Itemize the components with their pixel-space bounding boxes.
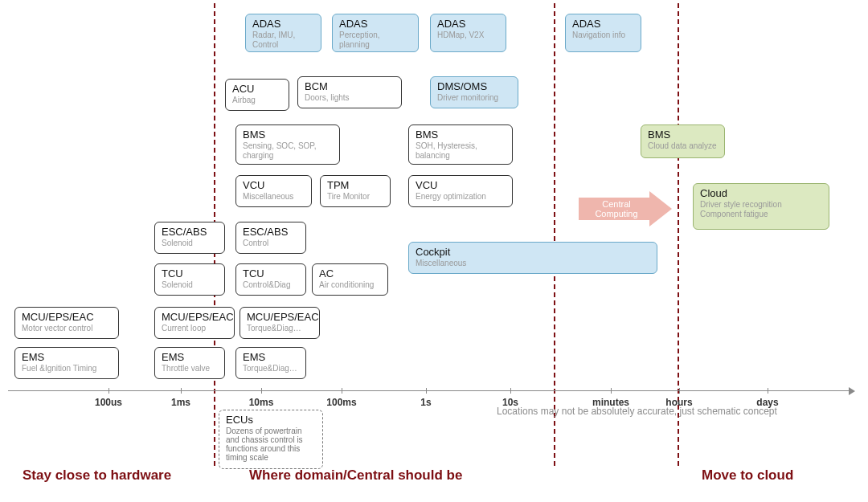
tick [108, 388, 109, 394]
box-mcu-current: MCU/EPS/EAC Current loop [154, 307, 235, 339]
box-esc-control: ESC/ABS Control [235, 222, 306, 254]
box-title: VCU [416, 179, 506, 191]
central-computing-arrow: Central Computing [579, 191, 675, 227]
box-title: BMS [243, 129, 333, 141]
box-bms-sensing: BMS Sensing, SOC, SOP, charging [235, 124, 340, 165]
box-esc-solenoid: ESC/ABS Solenoid [154, 222, 225, 254]
box-sub: Miscellaneous [416, 259, 650, 268]
box-title: BMS [416, 129, 506, 141]
box-mcu-vector: MCU/EPS/EAC Motor vector control [14, 307, 119, 339]
box-title: MCU/EPS/EAC [22, 311, 112, 323]
box-ems-torque: EMS Torque&Diag… [235, 347, 306, 379]
box-sub: Tire Monitor [327, 192, 383, 202]
tick-label: 100us [95, 397, 122, 408]
box-title: MCU/EPS/EAC [247, 311, 313, 323]
box-bms-soh: BMS SOH, Hysteresis, balancing [408, 124, 513, 165]
box-tpm: TPM Tire Monitor [320, 175, 391, 207]
box-sub: HDMap, V2X [437, 31, 499, 40]
box-title: ADAS [252, 18, 314, 30]
tick [261, 388, 262, 394]
box-acu: ACU Airbag [225, 79, 289, 111]
box-sub: Solenoid [162, 280, 218, 290]
box-tcu-solenoid: TCU Solenoid [154, 263, 225, 296]
box-title: TPM [327, 179, 383, 191]
box-title: EMS [162, 351, 218, 363]
box-sub: Perception, planning [339, 31, 411, 50]
box-title: ADAS [572, 18, 634, 30]
box-bms-cloud: BMS Cloud data analyze [641, 124, 725, 158]
box-title: MCU/EPS/EAC [162, 311, 227, 323]
box-title: ADAS [437, 18, 499, 30]
ecu-note-title: ECUs [226, 414, 316, 426]
box-sub: Throttle valve [162, 364, 218, 373]
box-sub: Miscellaneous [243, 192, 305, 202]
box-title: VCU [243, 179, 305, 191]
box-title: TCU [162, 267, 218, 280]
box-title: ACU [232, 83, 282, 95]
tick [611, 388, 612, 394]
box-sub: Control&Diag [243, 280, 299, 290]
box-sub: SOH, Hysteresis, balancing [416, 141, 506, 161]
box-title: EMS [243, 351, 299, 363]
box-sub: Driver style recognition Component fatig… [700, 200, 822, 219]
box-adas-radar: ADAS Radar, IMU, Control [245, 14, 321, 52]
time-axis [8, 390, 852, 391]
ecu-note: ECUs Dozens of powertrain and chassis co… [219, 410, 323, 469]
box-sub: Air conditioning [319, 280, 381, 290]
box-adas-nav: ADAS Navigation info [565, 14, 641, 52]
box-title: BCM [305, 80, 395, 92]
box-title: BMS [648, 129, 718, 141]
region-label-mid: Where domain/Central should be [249, 467, 462, 484]
box-mcu-torque: MCU/EPS/EAC Torque&Diag… [240, 307, 320, 339]
box-sub: Airbag [232, 96, 282, 105]
box-sub: Navigation info [572, 31, 634, 40]
tick-label: 100ms [326, 397, 356, 408]
ecu-note-sub: Dozens of powertrain and chassis control… [226, 426, 316, 462]
box-cockpit: Cockpit Miscellaneous [408, 242, 657, 274]
box-bcm: BCM Doors, lights [297, 76, 402, 108]
box-tcu-control: TCU Control&Diag [235, 263, 306, 296]
box-sub: Energy optimization [416, 192, 506, 202]
tick [426, 388, 427, 394]
box-title: TCU [243, 267, 299, 280]
box-sub: Doors, lights [305, 93, 395, 103]
axis-arrowhead [849, 387, 855, 395]
tick [181, 388, 182, 394]
box-dms: DMS/OMS Driver monitoring [430, 76, 518, 108]
box-title: ESC/ABS [162, 226, 218, 238]
arrow-label: Central Computing [583, 199, 649, 218]
accuracy-note: Locations may not be absolutely accurate… [497, 406, 777, 417]
tick [679, 388, 680, 394]
box-vcu-misc: VCU Miscellaneous [235, 175, 312, 207]
box-cloud: Cloud Driver style recognition Component… [693, 183, 829, 230]
box-sub: Current loop [162, 324, 227, 333]
box-title: DMS/OMS [437, 80, 511, 92]
box-sub: Fuel &Ignition Timing [22, 364, 112, 373]
tick-label: 10ms [249, 397, 274, 408]
box-title: EMS [22, 351, 112, 363]
box-title: ADAS [339, 18, 411, 30]
box-vcu-energy: VCU Energy optimization [408, 175, 513, 207]
box-sub: Driver monitoring [437, 93, 511, 103]
box-sub: Cloud data analyze [648, 141, 718, 151]
box-sub: Radar, IMU, Control [252, 31, 314, 50]
region-label-left: Stay close to hardware [23, 467, 171, 484]
region-label-right: Move to cloud [702, 467, 793, 484]
box-ac: AC Air conditioning [312, 263, 388, 296]
box-sub: Control [243, 239, 299, 248]
tick [510, 388, 511, 394]
box-ems-fuel: EMS Fuel &Ignition Timing [14, 347, 119, 379]
tick [342, 388, 342, 394]
box-sub: Torque&Diag… [243, 364, 299, 373]
box-adas-perception: ADAS Perception, planning [332, 14, 419, 52]
diagram-canvas: 100us 1ms 10ms 100ms 1s 10s minutes hour… [0, 0, 868, 502]
box-title: ESC/ABS [243, 226, 299, 238]
box-sub: Solenoid [162, 239, 218, 248]
box-title: AC [319, 267, 381, 280]
box-title: Cloud [700, 187, 822, 199]
box-sub: Motor vector control [22, 324, 112, 333]
box-adas-hdmap: ADAS HDMap, V2X [430, 14, 506, 52]
box-ems-throttle: EMS Throttle valve [154, 347, 225, 379]
box-title: Cockpit [416, 246, 650, 258]
section-line-2 [554, 3, 555, 466]
